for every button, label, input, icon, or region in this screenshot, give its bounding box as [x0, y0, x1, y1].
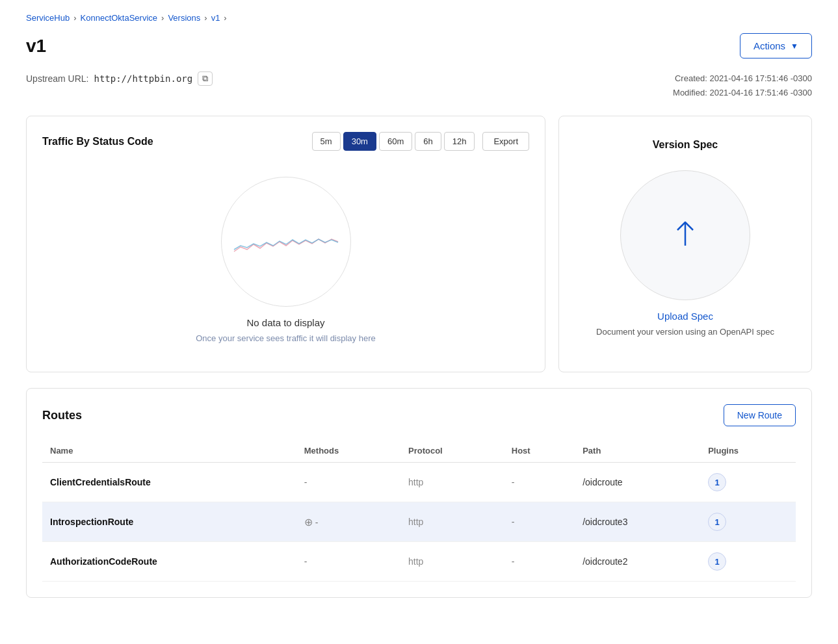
route-methods-2: ⊕ -: [296, 502, 400, 542]
chart-circle: [221, 177, 351, 307]
traffic-card: Traffic By Status Code 5m 30m 60m 6h 12h…: [26, 116, 545, 372]
time-btn-5m[interactable]: 5m: [312, 132, 341, 151]
breadcrumb-sep-2: ›: [161, 13, 164, 23]
table-row[interactable]: ClientCredentialsRoute - http - /oidcrou…: [42, 463, 796, 502]
col-path: Path: [575, 439, 700, 463]
breadcrumb: ServiceHub › KonnectOktaService › Versio…: [26, 13, 812, 23]
chart-area: No data to display Once your service see…: [42, 170, 529, 356]
route-name-1: ClientCredentialsRoute: [42, 463, 296, 502]
timestamps-section: Created: 2021-04-16 17:51:46 -0300 Modif…: [673, 71, 812, 100]
time-btn-60m[interactable]: 60m: [379, 132, 412, 151]
upload-circle: [620, 170, 750, 300]
header-row: v1 Actions ▼: [26, 33, 812, 58]
actions-label: Actions: [753, 40, 785, 51]
breadcrumb-servicehub[interactable]: ServiceHub: [26, 13, 70, 23]
chevron-down-icon: ▼: [791, 42, 798, 51]
route-plugins-2: 1: [700, 502, 796, 542]
upload-sub-text: Document your version using an OpenAPI s…: [596, 327, 774, 337]
route-host-1: -: [504, 463, 575, 502]
time-btn-30m[interactable]: 30m: [343, 132, 376, 151]
table-body: ClientCredentialsRoute - http - /oidcrou…: [42, 463, 796, 582]
routes-title: Routes: [42, 409, 82, 422]
copy-icon: ⧉: [202, 73, 208, 83]
route-protocol-2: http: [400, 502, 504, 542]
table-row[interactable]: AuthorizationCodeRoute - http - /oidcrou…: [42, 542, 796, 582]
meta-row: Upstream URL: http://httpbin.org ⧉ Creat…: [26, 71, 812, 100]
breadcrumb-sep-1: ›: [73, 13, 76, 23]
route-methods-1: -: [296, 463, 400, 502]
route-plugins-1: 1: [700, 463, 796, 502]
modified-timestamp: Modified: 2021-04-16 17:51:46 -0300: [673, 86, 812, 100]
routes-table: Name Methods Protocol Host Path Plugins …: [42, 439, 796, 582]
traffic-controls: 5m 30m 60m 6h 12h Export: [312, 132, 529, 151]
breadcrumb-versions[interactable]: Versions: [168, 13, 200, 23]
breadcrumb-sep-4: ›: [224, 13, 226, 23]
upstream-url-section: Upstream URL: http://httpbin.org ⧉: [26, 71, 213, 86]
routes-header: Routes New Route: [42, 404, 796, 426]
col-protocol: Protocol: [400, 439, 504, 463]
table-header-row: Name Methods Protocol Host Path Plugins: [42, 439, 796, 463]
breadcrumb-konnect[interactable]: KonnectOktaService: [81, 13, 158, 23]
no-data-sub: Once your service sees traffic it will d…: [196, 333, 375, 343]
route-protocol-1: http: [400, 463, 504, 502]
upstream-url-value: http://httpbin.org: [94, 73, 192, 84]
wave-chart: [231, 216, 341, 268]
col-methods: Methods: [296, 439, 400, 463]
col-plugins: Plugins: [700, 439, 796, 463]
route-plugins-3: 1: [700, 542, 796, 582]
cursor-icon: ⊕: [304, 517, 313, 528]
traffic-card-title: Traffic By Status Code: [42, 136, 153, 148]
route-path-2: /oidcroute3: [575, 502, 700, 542]
created-timestamp: Created: 2021-04-16 17:51:46 -0300: [673, 71, 812, 86]
version-spec-card: Version Spec Upload Spec Document your v…: [558, 116, 812, 372]
route-host-3: -: [504, 542, 575, 582]
traffic-card-header: Traffic By Status Code 5m 30m 60m 6h 12h…: [42, 132, 529, 164]
actions-button[interactable]: Actions ▼: [740, 33, 812, 58]
time-btn-12h[interactable]: 12h: [444, 132, 475, 151]
route-protocol-3: http: [400, 542, 504, 582]
table-row[interactable]: IntrospectionRoute ⊕ - http - /oidcroute…: [42, 502, 796, 542]
route-path-1: /oidcroute: [575, 463, 700, 502]
no-data-title: No data to display: [246, 317, 324, 328]
route-methods-3: -: [296, 542, 400, 582]
route-host-2: -: [504, 502, 575, 542]
page-container: ServiceHub › KonnectOktaService › Versio…: [0, 0, 838, 611]
upload-spec-link[interactable]: Upload Spec: [657, 311, 713, 322]
upstream-label: Upstream URL:: [26, 73, 88, 84]
col-name: Name: [42, 439, 296, 463]
cards-row: Traffic By Status Code 5m 30m 60m 6h 12h…: [26, 116, 812, 372]
time-btn-6h[interactable]: 6h: [415, 132, 441, 151]
version-spec-title: Version Spec: [653, 139, 718, 151]
route-name-3: AuthorizationCodeRoute: [42, 542, 296, 582]
export-button[interactable]: Export: [482, 132, 529, 151]
breadcrumb-sep-3: ›: [204, 13, 207, 23]
copy-url-button[interactable]: ⧉: [198, 71, 213, 86]
table-head: Name Methods Protocol Host Path Plugins: [42, 439, 796, 463]
routes-card: Routes New Route Name Methods Protocol H…: [26, 388, 812, 598]
route-name-2: IntrospectionRoute: [42, 502, 296, 542]
new-route-button[interactable]: New Route: [724, 404, 796, 426]
route-path-3: /oidcroute2: [575, 542, 700, 582]
breadcrumb-v1[interactable]: v1: [211, 13, 220, 23]
page-title: v1: [26, 36, 46, 57]
upload-arrow-icon: [670, 217, 701, 253]
col-host: Host: [504, 439, 575, 463]
upload-area: Upload Spec Document your version using …: [596, 164, 774, 350]
